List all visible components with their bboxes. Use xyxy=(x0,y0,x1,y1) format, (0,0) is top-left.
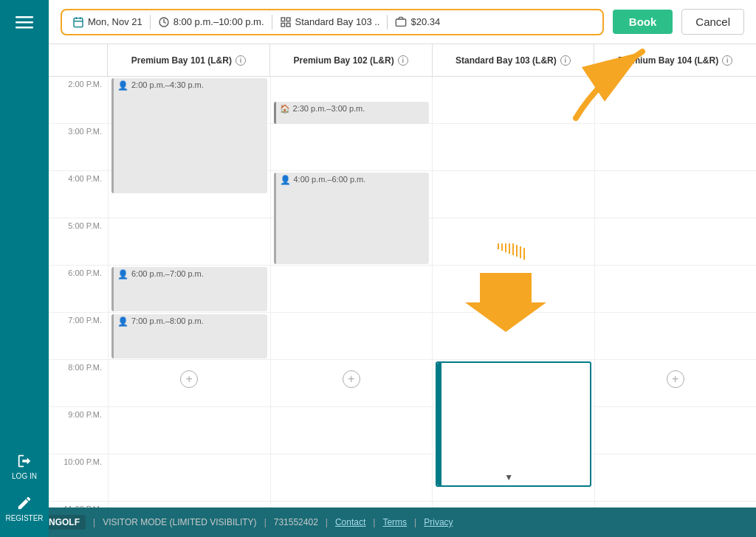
bay102-slot-9pm xyxy=(271,407,433,454)
time-slot-10pm: 10:00 P.M. xyxy=(49,454,108,502)
booking-info-box: Mon, Nov 21 8:00 p.m.–10:00 p.m. Standar… xyxy=(61,9,604,35)
bay104-info-icon[interactable]: i xyxy=(722,55,732,66)
bay102-info-icon[interactable]: i xyxy=(398,55,408,66)
bay103-slot-4pm xyxy=(433,171,594,218)
footer-privacy-link[interactable]: Privacy xyxy=(424,517,453,527)
booking-time-label-bay102-1: 2:30 p.m.–3:00 p.m. xyxy=(293,104,365,113)
footer-divider-3: | xyxy=(326,517,328,527)
booking-bay: Standard Bay 103 .. xyxy=(280,16,380,28)
footer-contact-link[interactable]: Contact xyxy=(335,517,365,527)
bay-column-101: 👤 2:00 p.m.–4:30 p.m. 👤 6:00 p.m.–7:00 p… xyxy=(108,77,270,507)
bay101-slot-9pm xyxy=(109,407,270,454)
sidebar: LOG IN REGISTER xyxy=(0,0,49,537)
bay-column-104: + xyxy=(594,77,757,507)
svg-rect-2 xyxy=(16,27,33,29)
bay104-slot-6pm xyxy=(595,266,757,313)
bay101-slot-5pm xyxy=(109,218,270,266)
add-slot-bay104-8pm[interactable]: + xyxy=(667,370,684,388)
col-header-bay102: Premium Bay 102 (L&R) i xyxy=(270,44,433,76)
arrow-up-indicator xyxy=(554,37,672,125)
add-slot-bay102-8pm[interactable]: + xyxy=(343,370,360,388)
footer-divider-2: | xyxy=(264,517,267,527)
booking-date: Mon, Nov 21 xyxy=(72,16,142,28)
booking-block-bay101-2[interactable]: 👤 6:00 p.m.–7:00 p.m. xyxy=(111,267,267,311)
time-slot-11pm: 11:00 P.M. xyxy=(49,502,108,507)
divider-3 xyxy=(387,15,388,30)
footer-divider-4: | xyxy=(373,517,375,527)
booking-block-bay101-1[interactable]: 👤 2:00 p.m.–4:30 p.m. xyxy=(111,78,267,193)
cancel-button[interactable]: Cancel xyxy=(681,9,744,35)
time-column: 2:00 P.M. 3:00 P.M. 4:00 P.M. 5:00 P.M. … xyxy=(49,77,108,507)
booking-price: $20.34 xyxy=(395,16,440,28)
booking-time-label-3: 7:00 p.m.–8:00 p.m. xyxy=(131,316,204,325)
time-slot-6pm: 6:00 P.M. xyxy=(49,266,108,313)
bay101-slot-10pm xyxy=(109,454,270,502)
booking-person-icon-3: 👤 xyxy=(117,316,128,327)
footer-mode: VISITOR MODE (LIMITED VISIBILITY) xyxy=(103,517,256,527)
login-button[interactable]: LOG IN xyxy=(12,453,37,480)
calendar-grid: 2:00 P.M. 3:00 P.M. 4:00 P.M. 5:00 P.M. … xyxy=(49,77,756,507)
booking-time-label-2: 6:00 p.m.–7:00 p.m. xyxy=(131,269,204,278)
booking-person-icon-bay102: 👤 xyxy=(280,175,291,185)
bay102-slot-10pm xyxy=(271,454,433,502)
footer-terms-link[interactable]: Terms xyxy=(382,517,407,527)
footer-phone: 731552402 xyxy=(274,517,318,527)
bay102-slot-6pm xyxy=(271,266,433,313)
booking-person-icon: 👤 xyxy=(117,80,128,91)
svg-rect-3 xyxy=(74,18,83,27)
svg-rect-8 xyxy=(281,18,285,21)
col-header-bay101: Premium Bay 101 (L&R) i xyxy=(108,44,270,76)
booking-chevron: ▼ xyxy=(504,472,513,482)
bay103-slot-11pm xyxy=(433,502,594,507)
sidebar-menu-button[interactable] xyxy=(0,0,49,44)
booking-home-icon: 🏠 xyxy=(280,104,290,114)
booking-block-bay101-3[interactable]: 👤 7:00 p.m.–8:00 p.m. xyxy=(111,314,267,358)
book-button[interactable]: Book xyxy=(613,10,673,34)
svg-rect-12 xyxy=(396,19,406,26)
booking-time: 8:00 p.m.–10:00 p.m. xyxy=(158,16,264,28)
booking-handle xyxy=(437,363,441,485)
bay104-slot-10pm xyxy=(595,454,757,502)
add-slot-bay101-8pm[interactable]: + xyxy=(180,370,198,388)
bay101-slot-11pm xyxy=(109,502,270,507)
time-slot-4pm: 4:00 P.M. xyxy=(49,171,108,218)
bay104-slot-4pm xyxy=(595,171,757,218)
time-slot-9pm: 9:00 P.M. xyxy=(49,407,108,454)
bay104-slot-11pm xyxy=(595,502,757,507)
time-gutter-header xyxy=(49,44,108,76)
footer-divider-5: | xyxy=(414,517,416,527)
bay102-slot-7pm xyxy=(271,313,433,360)
bay104-slot-7pm xyxy=(595,313,757,360)
svg-marker-23 xyxy=(465,273,546,332)
footer: SGREENGOLF | VISITOR MODE (LIMITED VISIB… xyxy=(0,507,756,537)
time-slot-8pm: 8:00 P.M. xyxy=(49,360,108,407)
bay104-slot-5pm xyxy=(595,218,757,266)
svg-rect-1 xyxy=(16,21,33,24)
register-button[interactable]: REGISTER xyxy=(5,495,43,522)
bay101-info-icon[interactable]: i xyxy=(236,55,246,66)
booking-block-bay102-1[interactable]: 🏠 2:30 p.m.–3:00 p.m. xyxy=(274,102,430,124)
bay104-slot-9pm xyxy=(595,407,757,454)
bay-column-102: 🏠 2:30 p.m.–3:00 p.m. 👤 4:00 p.m.–6:00 p… xyxy=(270,77,433,507)
booking-person-icon-2: 👤 xyxy=(117,269,128,280)
footer-divider-1: | xyxy=(93,517,95,527)
selected-booking-bay103[interactable]: ▼ xyxy=(436,361,591,487)
time-slot-3pm: 3:00 P.M. xyxy=(49,124,108,171)
arrow-down-indicator xyxy=(458,243,554,339)
booking-time-label-bay102-2: 4:00 p.m.–6:00 p.m. xyxy=(294,175,366,184)
bay103-slot-3pm xyxy=(433,124,594,171)
svg-rect-0 xyxy=(16,16,33,18)
time-slot-7pm: 7:00 P.M. xyxy=(49,313,108,360)
divider-1 xyxy=(150,15,151,30)
svg-rect-11 xyxy=(286,23,290,27)
time-slot-5pm: 5:00 P.M. xyxy=(49,218,108,266)
bay102-slot-3pm xyxy=(271,124,433,171)
booking-block-bay102-2[interactable]: 👤 4:00 p.m.–6:00 p.m. xyxy=(274,173,430,264)
time-slot-2pm: 2:00 P.M. xyxy=(49,77,108,124)
bay104-slot-3pm xyxy=(595,124,757,171)
svg-rect-10 xyxy=(281,23,285,27)
booking-time-label: 2:00 p.m.–4:30 p.m. xyxy=(131,80,204,89)
calendar-body: 2:00 P.M. 3:00 P.M. 4:00 P.M. 5:00 P.M. … xyxy=(49,77,756,507)
svg-rect-9 xyxy=(286,18,290,21)
bay102-slot-11pm xyxy=(271,502,433,507)
